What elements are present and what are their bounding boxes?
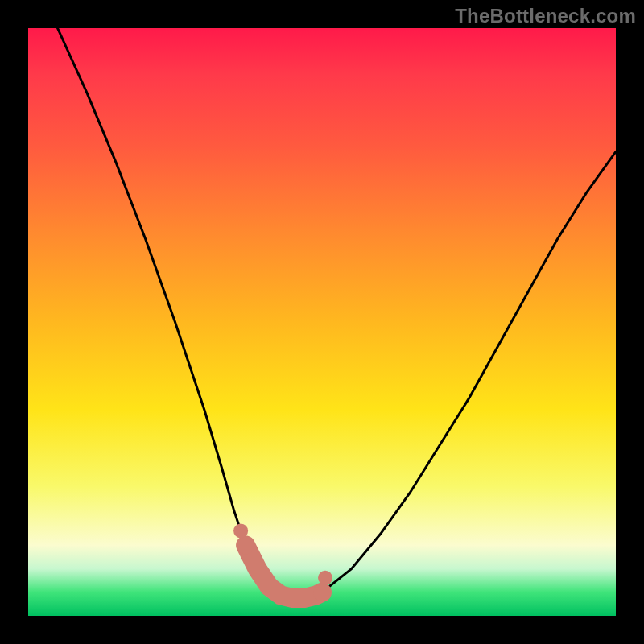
bottleneck-curve [58, 28, 617, 598]
curve-layer [28, 28, 616, 616]
plot-area [28, 28, 616, 616]
watermark-text: TheBottleneck.com [455, 5, 636, 27]
chart-frame: TheBottleneck.com [0, 0, 644, 644]
trough-dot-left-2 [233, 523, 248, 538]
trough-dot-left [237, 536, 254, 554]
trough-dot-right [313, 584, 331, 601]
trough-dot-right-2 [318, 571, 332, 585]
trough-marker [246, 545, 322, 598]
